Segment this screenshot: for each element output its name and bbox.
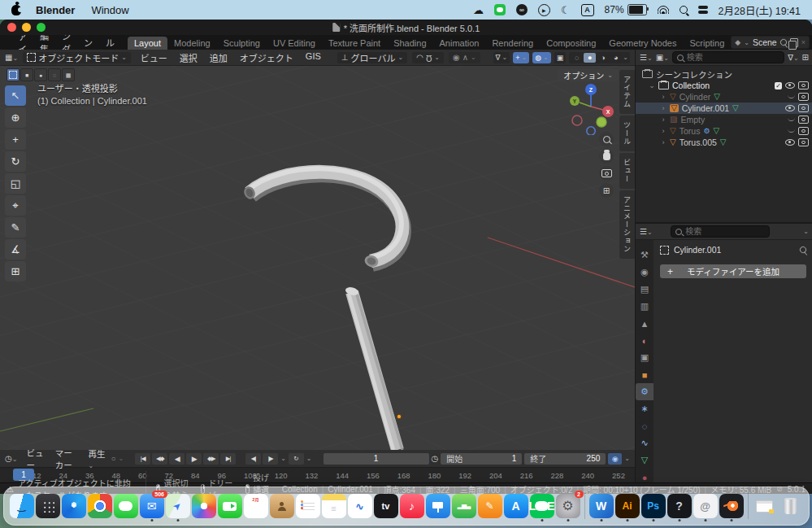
dock-chrome[interactable]: [88, 494, 112, 518]
shading-material-button[interactable]: ◑: [597, 53, 609, 63]
line-icon[interactable]: [494, 4, 506, 15]
dock-separator-2[interactable]: [748, 493, 749, 519]
render-visibility-icon[interactable]: [798, 116, 809, 124]
spotlight-icon[interactable]: [680, 6, 688, 14]
zoom-view-button[interactable]: [599, 132, 614, 146]
sidebar-tab[interactable]: ビュー: [619, 153, 635, 189]
timeline-menu-item[interactable]: ビュー: [26, 447, 44, 471]
play-reverse-button[interactable]: ◀: [169, 453, 185, 465]
viewport-menu-item[interactable]: 追加: [210, 51, 228, 64]
viewport-options-button[interactable]: オプション ⌄: [558, 69, 619, 81]
chevron-down-icon[interactable]: ⌄: [803, 228, 809, 235]
dock-mail[interactable]: ✉ 506: [140, 494, 164, 518]
props-tab-output[interactable]: ▤: [636, 281, 654, 298]
Rendering[interactable]: Rendering: [485, 37, 540, 50]
dock-pages[interactable]: ✎: [478, 494, 502, 518]
ortho-toggle-button[interactable]: ⊞: [599, 183, 614, 198]
tool-scale[interactable]: ◱: [5, 173, 26, 194]
dock-downloads-window[interactable]: [753, 494, 777, 518]
eye-icon[interactable]: [788, 116, 795, 121]
shading-wireframe-button[interactable]: ◌: [571, 53, 583, 63]
props-tab-scene[interactable]: ▲: [636, 315, 654, 332]
props-tab-view-layer[interactable]: ▥: [636, 298, 654, 315]
dock-photoshop[interactable]: Ps: [641, 494, 666, 518]
outliner-display-mode-icon[interactable]: ▣⌄: [656, 54, 669, 62]
expander-icon[interactable]: ›: [660, 104, 667, 112]
navigation-gizmo[interactable]: Z X Y: [566, 81, 616, 135]
chevron-down-icon[interactable]: ⌄: [624, 455, 630, 462]
props-tab-physics[interactable]: ◌: [636, 417, 654, 434]
proportional-editing[interactable]: ◉ ∧ ⌄: [449, 52, 480, 63]
sidebar-tab[interactable]: アイテム: [619, 70, 635, 114]
render-visibility-icon[interactable]: [798, 81, 809, 89]
dock-separator-1[interactable]: [584, 493, 585, 519]
frame-end-field[interactable]: 終了250: [524, 453, 606, 465]
tool-cursor[interactable]: ⊕: [5, 107, 26, 128]
jump-to-start-button[interactable]: |◀: [135, 453, 150, 465]
expander-icon[interactable]: ⌄: [649, 81, 655, 89]
Texture Paint[interactable]: Texture Paint: [322, 37, 387, 50]
pin-icon[interactable]: [798, 245, 807, 254]
outliner-row-torus-005[interactable]: › ▽ Torus.005 ▽: [636, 137, 812, 148]
outliner-row-torus[interactable]: › ▽ Torus ⚙ ▽: [636, 125, 812, 137]
tool-annotate[interactable]: ✎: [5, 217, 26, 238]
dock-music[interactable]: ♪: [400, 494, 424, 518]
close-window-button[interactable]: [7, 23, 16, 32]
UV Editing[interactable]: UV Editing: [267, 37, 322, 50]
eye-icon[interactable]: [785, 139, 795, 146]
menubar-window-menu[interactable]: Window: [91, 4, 128, 16]
frame-start-field[interactable]: 開始1: [441, 453, 522, 465]
dock-contacts[interactable]: [270, 494, 294, 518]
add-modifier-button[interactable]: + モディファイアーを追加: [660, 264, 806, 278]
dock-apple-tv[interactable]: tv: [374, 494, 398, 518]
props-tab-render[interactable]: ◉: [636, 264, 654, 281]
tool-rotate[interactable]: ↻: [5, 151, 26, 172]
cloud-icon[interactable]: ☁: [473, 5, 484, 15]
camera-view-button[interactable]: [599, 166, 614, 181]
select-lasso-button[interactable]: ◌: [48, 68, 61, 81]
props-tab-tool[interactable]: ⚒: [636, 247, 654, 264]
next-keyframe-button[interactable]: ◆▶: [203, 453, 219, 465]
Sculpting[interactable]: Sculpting: [217, 37, 267, 50]
viewport-menu-item[interactable]: GIS: [306, 51, 321, 64]
prev-keyframe-button[interactable]: ◀◆: [152, 453, 167, 465]
transform-orientation[interactable]: ⊥ グローバル ⌄: [337, 52, 407, 63]
props-tab-modifiers[interactable]: ⚙: [636, 383, 654, 400]
props-tab-particles[interactable]: ∗: [636, 400, 654, 417]
dock-keynote[interactable]: [426, 494, 450, 518]
dock-word[interactable]: W: [589, 494, 614, 518]
select-circle-button[interactable]: ●: [34, 68, 47, 81]
eye-icon[interactable]: [785, 105, 795, 111]
step-forward-button[interactable]: |▶: [263, 453, 278, 465]
dock-numbers[interactable]: ▂▅▃: [452, 494, 476, 518]
pan-view-button[interactable]: [599, 149, 614, 164]
jump-to-end-button[interactable]: ▶|: [220, 453, 236, 465]
apple-menu-icon[interactable]: [11, 5, 21, 15]
editor-type-icon[interactable]: ▦⌄: [5, 54, 18, 62]
shading-rendered-button[interactable]: ◕: [610, 53, 622, 63]
viewport-canvas[interactable]: [0, 65, 635, 450]
dock-messages[interactable]: [114, 494, 138, 518]
status-menu-icon[interactable]: [698, 6, 708, 15]
dock-illustrator[interactable]: Ai: [615, 494, 640, 518]
outliner-row-scene-collection[interactable]: シーンコレクション: [636, 68, 812, 80]
tool-add-cube[interactable]: ⊞: [5, 261, 26, 281]
loop-playback-button[interactable]: ↻: [289, 453, 304, 465]
gizmos-toggle-button[interactable]: +⌄: [513, 52, 529, 63]
Modeling[interactable]: Modeling: [167, 37, 217, 50]
collection-checkbox[interactable]: ✓: [775, 82, 782, 89]
select-box-button[interactable]: ■: [20, 68, 33, 81]
dock-safari[interactable]: ✦: [62, 494, 86, 518]
dock-trash[interactable]: [779, 494, 803, 518]
adobe-cc-icon[interactable]: ∞: [516, 4, 528, 15]
Scripting[interactable]: Scripting: [683, 37, 731, 50]
tool-measure[interactable]: ∡: [5, 239, 26, 260]
shading-solid-button[interactable]: ●: [584, 53, 596, 63]
props-tab-collection[interactable]: ▣: [636, 349, 654, 366]
dock-system-settings[interactable]: ⚙ 2: [556, 494, 580, 518]
Compositing[interactable]: Compositing: [540, 37, 602, 50]
expander-icon[interactable]: ›: [660, 93, 667, 101]
sidebar-tab[interactable]: アニメーション: [619, 190, 635, 259]
wifi-icon[interactable]: [658, 6, 669, 14]
eye-icon[interactable]: [788, 128, 795, 133]
